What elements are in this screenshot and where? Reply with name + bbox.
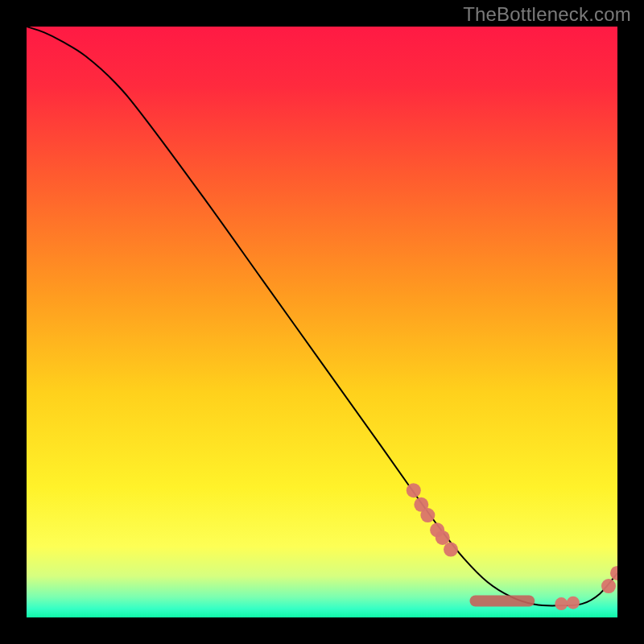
chart-background xyxy=(27,27,617,617)
gradient-rect xyxy=(27,27,617,617)
watermark-text: TheBottleneck.com xyxy=(463,3,631,26)
chart-stage: TheBottleneck.com xyxy=(0,0,644,644)
